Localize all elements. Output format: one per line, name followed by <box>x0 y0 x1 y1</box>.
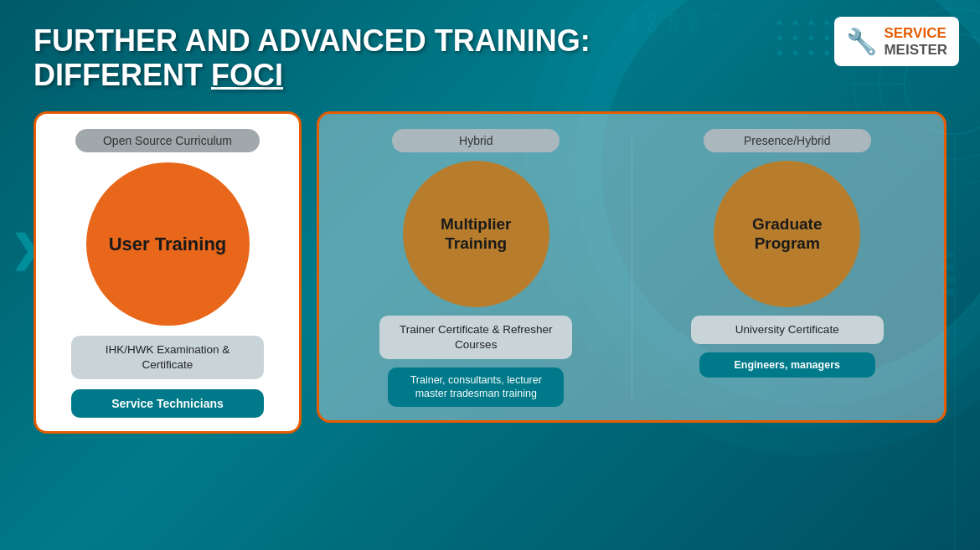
left-card: Open Source Curriculum User Training IHK… <box>34 111 302 434</box>
multiplier-section: Hybrid Multiplier Training Trainer Certi… <box>338 129 615 407</box>
left-tag: Open Source Curriculum <box>75 129 260 152</box>
trainer-audience-box: Trainer, consultants, lecturer master tr… <box>388 368 564 407</box>
logo-icon: 🔧 <box>846 27 877 56</box>
graduate-section: Presence/Hybrid Graduate Program Univers… <box>649 129 926 407</box>
multiplier-circle-text: Multiplier Training <box>403 206 549 263</box>
page-content: FURTHER AND ADVANCED TRAINING: DIFFERENT… <box>0 0 980 450</box>
trainer-cert-box: Trainer Certificate & Refresher Courses <box>379 316 572 359</box>
left-audience-box: Service Technicians <box>71 389 264 418</box>
left-circle-text: User Training <box>101 224 235 265</box>
page-title: FURTHER AND ADVANCED TRAINING: DIFFERENT… <box>34 23 946 93</box>
title-line1: FURTHER AND ADVANCED TRAINING: <box>34 23 946 58</box>
left-cert-box: IHK/HWK Examination & Certificate <box>71 336 264 379</box>
divider <box>632 137 632 398</box>
cards-row: Open Source Curriculum User Training IHK… <box>34 111 946 434</box>
university-cert-box: University Certificate <box>691 316 884 344</box>
logo-text: SERVICE MEISTER <box>884 25 947 58</box>
left-circle: User Training <box>86 162 250 326</box>
logo: 🔧 SERVICE MEISTER <box>834 17 959 66</box>
graduate-circle-text: Graduate Program <box>714 206 860 263</box>
presence-hybrid-tag: Presence/Hybrid <box>704 129 871 152</box>
multiplier-circle: Multiplier Training <box>403 161 549 307</box>
graduate-circle: Graduate Program <box>714 161 860 307</box>
right-card: Hybrid Multiplier Training Trainer Certi… <box>317 111 946 423</box>
title-line2: DIFFERENT FOCI <box>34 58 946 92</box>
engineers-audience-box: Engineers, managers <box>699 352 875 378</box>
hybrid-tag: Hybrid <box>392 129 560 152</box>
